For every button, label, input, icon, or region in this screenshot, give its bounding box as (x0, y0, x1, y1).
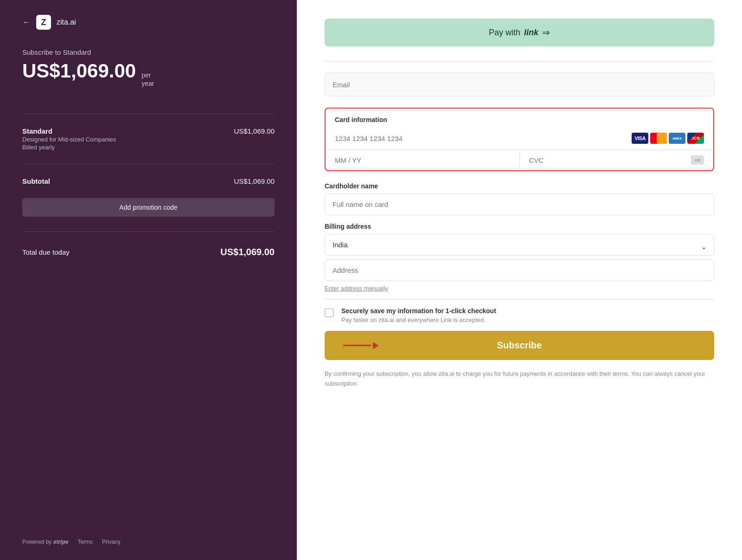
divider-3 (22, 232, 275, 232)
add-promo-button[interactable]: Add promotion code (22, 198, 275, 217)
price-row: US$1,069.00 per year (22, 60, 275, 88)
subscribe-arrow-icon (343, 342, 378, 349)
subtotal-value: US$1,069.00 (234, 177, 275, 185)
save-info-checkbox[interactable] (325, 308, 334, 317)
plan-name: Standard (22, 127, 116, 135)
plan-desc-2: Billed yearly (22, 144, 116, 151)
mastercard-icon (650, 133, 667, 144)
card-bottom-row: 135 (326, 150, 713, 170)
jcb-icon: JCB (687, 133, 704, 144)
logo-icon: Z (36, 15, 51, 30)
powered-by-label: Powered by stripe (22, 539, 68, 545)
back-nav[interactable]: ← Z zita.ai (22, 15, 275, 30)
plan-price: US$1,069.00 (234, 127, 275, 135)
cardholder-input[interactable] (325, 193, 714, 215)
left-panel: ← Z zita.ai Subscribe to Standard US$1,0… (0, 0, 297, 560)
separator-1 (325, 61, 714, 62)
pay-link-brand: link (524, 28, 538, 38)
save-info-row: Securely save my information for 1-click… (325, 299, 714, 327)
stripe-label: stripe (53, 539, 69, 545)
privacy-link[interactable]: Privacy (102, 539, 120, 545)
card-info-section: Card information VISA AMEX JCB 135 (325, 108, 714, 171)
cvc-card-icon: 135 (691, 155, 704, 165)
save-info-subtitle: Pay faster on zita.ai and everywhere Lin… (341, 316, 496, 323)
app-name: zita.ai (57, 18, 76, 26)
subtotal-label: Subtotal (22, 177, 50, 185)
pay-link-arrow-icon: ⇒ (542, 27, 550, 38)
cvc-input[interactable] (529, 156, 691, 164)
expiry-input[interactable] (326, 150, 520, 170)
card-info-label: Card information (326, 109, 713, 127)
address-input[interactable] (325, 259, 714, 281)
right-panel: Pay with link ⇒ Card information VISA AM… (297, 0, 742, 560)
cvc-row: 135 (520, 150, 714, 170)
billing-section: Billing address India United States Unit… (325, 223, 714, 327)
subscribe-btn-label: Subscribe (497, 340, 542, 351)
footer: Powered by stripe Terms Privacy (22, 520, 275, 545)
card-number-row: VISA AMEX JCB (326, 127, 713, 150)
country-select[interactable]: India United States United Kingdom Canad… (325, 234, 714, 256)
plan-line-item: Standard Designed for Mid-sized Companie… (22, 127, 275, 151)
visa-icon: VISA (632, 133, 648, 144)
subtotal-row: Subtotal US$1,069.00 (22, 177, 275, 185)
plan-desc-1: Designed for Mid-sized Companies (22, 136, 116, 143)
price-period: per year (141, 71, 154, 88)
divider-1 (22, 114, 275, 114)
cardholder-label: Cardholder name (325, 182, 714, 190)
amex-icon: AMEX (669, 133, 685, 144)
back-arrow-icon: ← (22, 18, 31, 27)
enter-address-manually-link[interactable]: Enter address manually (325, 285, 714, 292)
pay-with-link-button[interactable]: Pay with link ⇒ (325, 19, 714, 46)
card-number-input[interactable] (335, 135, 632, 142)
total-row: Total due today US$1,069.00 (22, 247, 275, 257)
divider-2 (22, 164, 275, 164)
terms-text: By confirming your subscription, you all… (325, 369, 714, 389)
total-label: Total due today (22, 248, 70, 256)
subscribe-label: Subscribe to Standard (22, 48, 275, 56)
subscribe-button[interactable]: Subscribe (325, 331, 714, 360)
pay-link-prefix: Pay with (489, 28, 520, 38)
card-icons: VISA AMEX JCB (632, 133, 704, 144)
price-amount: US$1,069.00 (22, 60, 136, 82)
terms-link[interactable]: Terms (77, 539, 93, 545)
country-wrapper: India United States United Kingdom Canad… (325, 234, 714, 259)
billing-label: Billing address (325, 223, 714, 230)
total-value: US$1,069.00 (220, 247, 275, 257)
save-info-title: Securely save my information for 1-click… (341, 307, 496, 315)
email-field[interactable] (325, 73, 714, 97)
